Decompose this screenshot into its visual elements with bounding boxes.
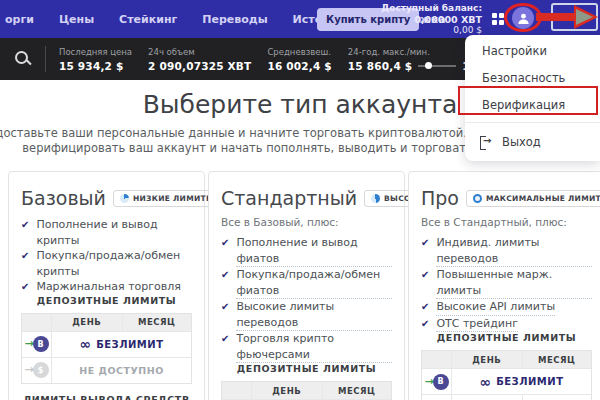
nav-item-prices[interactable]: Цены	[59, 13, 94, 26]
card-title: Базовый	[21, 187, 106, 209]
range-min-value: 15 860,4 $	[348, 60, 412, 72]
deposit-limits-table: ДЕНЬ МЕСЯЦ B ∞БЕЗЛИМИТ $ $10ММ+ $100ММ+	[421, 350, 592, 400]
feature-item: ✔Покупка/продажа/обмен крипты	[21, 248, 192, 279]
stat-label: 24ч объем	[148, 47, 251, 57]
feature-label: Высокие API лимиты	[436, 299, 555, 316]
menu-item-settings[interactable]: Настройки	[465, 37, 600, 64]
unlimited-label: БЕЗЛИМИТ	[496, 376, 563, 387]
deposit-limits-title: ДЕПОЗИТНЫЕ ЛИМИТЫ	[21, 295, 192, 306]
crypto-deposit-icon: B	[33, 336, 49, 352]
balance-block: Доступный баланс: 0,00000 XBT 0,00 $	[381, 3, 482, 36]
col-header-month: МЕСЯЦ	[322, 382, 392, 399]
check-icon: ✔	[421, 267, 429, 283]
col-header-day: ДЕНЬ	[252, 382, 322, 399]
check-icon: ✔	[21, 279, 29, 295]
infinity-icon: ∞	[79, 339, 91, 349]
stat-value: 2 090,07325 XBT	[148, 60, 251, 72]
crypto-deposit-icon: B	[433, 374, 449, 390]
col-header-month: МЕСЯЦ	[122, 314, 192, 331]
annotation-arrow-shaft	[536, 13, 578, 21]
balance-label: Доступный баланс:	[381, 3, 482, 14]
feature-label: Маржинальная торговля	[36, 279, 181, 295]
nav-item-torgi[interactable]: орги	[5, 13, 34, 26]
col-header-day: ДЕНЬ	[452, 351, 522, 368]
balance-crypto-value: 0,00000 XBT	[381, 14, 482, 25]
deposit-limits-title: ДЕПОЗИТНЫЕ ЛИМИТЫ	[221, 363, 392, 374]
deposit-limits-table: ДЕНЬ МЕСЯЦ B ∞БЕЗЛИМИТ $ НЕ ДОСТУПНО	[21, 313, 192, 384]
stat-label: Последняя цена	[59, 47, 132, 57]
col-header-day: ДЕНЬ	[52, 314, 122, 331]
low-limits-pie-icon	[120, 194, 129, 203]
stat-value: 15 934,2 $	[59, 60, 132, 72]
max-limits-ring-icon	[473, 194, 482, 203]
card-title: Стандартный	[221, 187, 357, 209]
not-available-label: НЕ ДОСТУПНО	[79, 365, 164, 376]
check-icon: ✔	[421, 299, 429, 315]
stat-value: 16 002,4 $	[267, 60, 331, 72]
stat-label: Средневзвеш.	[267, 47, 331, 57]
account-type-cards: Базовый НИЗКИЕ ЛИМИТЫ ✔Пополнение и выво…	[0, 171, 600, 400]
range-slider	[418, 65, 456, 67]
check-icon: ✔	[221, 235, 229, 251]
stat-weighted-avg: Средневзвеш. 16 002,4 $	[267, 47, 331, 72]
feature-item: ✔Маржинальная торговля	[21, 279, 192, 295]
badge-label: НИЗКИЕ ЛИМИТЫ	[133, 194, 214, 203]
feature-label: ОТС трейдинг	[436, 316, 518, 333]
feature-label: Повышенные марж. лимиты	[436, 267, 592, 299]
search-icon[interactable]	[15, 51, 32, 68]
feature-label: Индивид. лимиты переводов	[436, 235, 592, 267]
nav-item-transfers[interactable]: Переводы	[202, 13, 267, 26]
stat-last-price: Последняя цена 15 934,2 $	[59, 47, 132, 72]
feature-item: ✔Пополнение и вывод крипты	[21, 217, 192, 248]
feature-item: ✔Высокие API лимиты	[421, 299, 592, 316]
check-icon: ✔	[221, 299, 229, 315]
feature-label: Пополнение и вывод фиатов	[236, 235, 392, 267]
card-title: Про	[421, 187, 459, 209]
apps-grid-icon[interactable]	[492, 13, 504, 25]
check-icon: ✔	[221, 267, 229, 283]
annotation-arrow-head-inner	[576, 9, 593, 25]
balance-fiat-value: 0,00 $	[381, 25, 482, 36]
check-icon: ✔	[221, 331, 229, 347]
nav-item-staking[interactable]: Стейкинг	[119, 13, 177, 26]
feature-label: Торговля крипто фьючерсами	[236, 331, 392, 363]
deposit-limits-table: ДЕНЬ МЕСЯЦ B ∞БЕЗЛИМИТ $ $100,000 $500,0…	[221, 381, 392, 400]
col-header-month: МЕСЯЦ	[522, 351, 592, 368]
menu-divider	[465, 122, 600, 123]
menu-item-logout[interactable]: Выход	[465, 127, 600, 153]
stat-24h-volume: 24ч объем 2 090,07325 XBT	[148, 47, 251, 72]
card-intro: Все в Стандартный, плюс:	[421, 216, 592, 228]
range-slider-dot	[425, 62, 432, 69]
withdraw-limits-title: ЛИМИТЫ ВЫВОДА СРЕДСТВ	[21, 394, 192, 400]
check-icon: ✔	[21, 217, 29, 233]
unlimited-label: БЕЗЛИМИТ	[96, 339, 163, 350]
high-limits-pie-icon	[371, 194, 380, 203]
limits-badge: НИЗКИЕ ЛИМИТЫ	[113, 190, 221, 207]
card-basic[interactable]: Базовый НИЗКИЕ ЛИМИТЫ ✔Пополнение и выво…	[8, 171, 205, 400]
logout-icon	[480, 136, 493, 148]
card-intro: Все в Базовый, плюс:	[221, 216, 392, 228]
infinity-icon: ∞	[479, 377, 491, 387]
feature-item: ✔Повышенные марж. лимиты	[421, 267, 592, 299]
feature-label: Пополнение и вывод крипты	[36, 217, 192, 248]
feature-item: ✔Индивид. лимиты переводов	[421, 235, 592, 267]
badge-label: МАКСИМАЛЬНЫЕ ЛИМИТЫ	[486, 194, 600, 203]
check-icon: ✔	[421, 235, 429, 251]
feature-item: ✔Пополнение и вывод фиатов	[221, 235, 392, 267]
feature-item: ✔ОТС трейдинг	[421, 316, 592, 333]
feature-item: ✔Покупка/продажа/обмен фиатов	[221, 267, 392, 299]
feature-label: Покупка/продажа/обмен фиатов	[236, 267, 392, 299]
divider	[45, 46, 46, 72]
feature-label: Покупка/продажа/обмен крипты	[36, 248, 192, 279]
limits-badge: МАКСИМАЛЬНЫЕ ЛИМИТЫ	[466, 190, 600, 207]
card-standard[interactable]: Стандартный ВЫСОКИЕ ЛИМИТЫ Все в Базовый…	[208, 171, 405, 400]
logout-label: Выход	[502, 135, 541, 149]
deposit-limits-title: ДЕПОЗИТНЫЕ ЛИМИТЫ	[421, 332, 592, 343]
check-icon: ✔	[421, 316, 429, 332]
annotation-verification-box	[458, 86, 598, 115]
feature-item: ✔Высокие лимиты переводов	[221, 299, 392, 331]
check-icon: ✔	[21, 248, 29, 264]
card-pro[interactable]: Про МАКСИМАЛЬНЫЕ ЛИМИТЫ Все в Стандартны…	[408, 171, 600, 400]
feature-item: ✔Торговля крипто фьючерсами	[221, 331, 392, 363]
fiat-deposit-icon: $	[33, 362, 49, 378]
